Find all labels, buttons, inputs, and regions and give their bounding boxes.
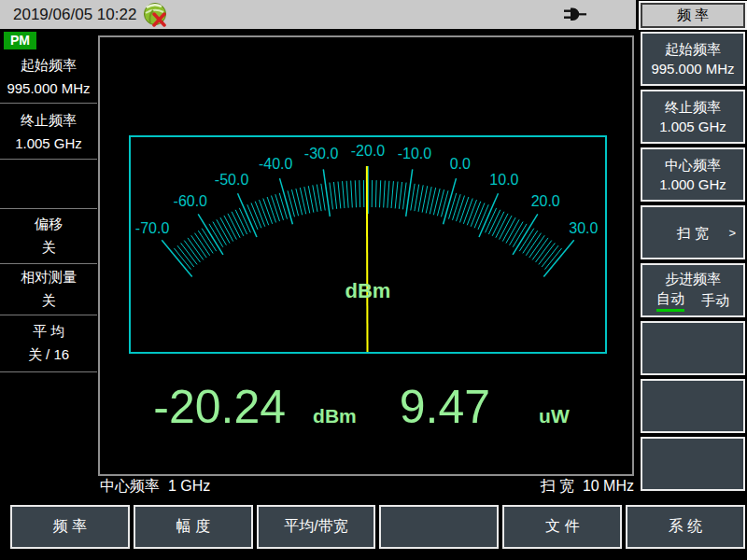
blank-menu-button[interactable] [379,505,499,549]
summary-average-value: 关 / 16 [28,346,69,364]
summary-stop-freq-label: 终止频率 [21,112,77,130]
stop-frequency-value: 1.005 GHz [659,117,726,136]
summary-offset-label: 偏移 [35,216,63,233]
svg-text:20.0: 20.0 [531,193,560,209]
power-watt-unit: uW [539,406,570,426]
summary-average: 平 均 关 / 16 [0,315,97,372]
center-frequency-button[interactable]: 中心频率 1.000 GHz [641,147,745,202]
svg-text:10.0: 10.0 [489,172,518,188]
summary-start-freq-value: 995.000 MHz [7,80,90,96]
gauge-canvas: -70.0-60.0-50.0-40.0-30.0-20.0-10.00.010… [131,137,605,352]
svg-text:-60.0: -60.0 [174,193,208,209]
svg-text:dBm: dBm [345,279,391,302]
system-menu-button[interactable]: 系 统 [626,505,745,549]
datetime-label: 2019/06/05 10:22 [13,6,136,24]
summary-start-frequency: 起始频率 995.000 MHz [0,49,97,104]
power-watt-value: 9.47 [400,384,490,430]
blank-side-button-3[interactable] [641,437,745,491]
svg-text:-70.0: -70.0 [135,220,170,236]
blank-side-button-2[interactable] [641,379,745,433]
submenu-arrow-icon: > [728,223,736,243]
summary-relative-label: 相对测量 [21,269,77,287]
power-dbm-value: -20.24 [153,384,286,430]
summary-empty-section [0,160,97,209]
settings-summary-panel: PM 起始频率 995.000 MHz 终止频率 1.005 GHz 偏移 关 … [0,29,97,372]
stop-frequency-button[interactable]: 终止频率 1.005 GHz [641,90,745,144]
svg-text:30.0: 30.0 [569,220,598,236]
summary-offset: 偏移 关 [0,209,97,264]
svg-text:-30.0: -30.0 [304,146,339,161]
center-frequency-value: 1.000 GHz [659,175,726,194]
summary-start-freq-label: 起始频率 [21,57,77,75]
power-plug-icon [564,7,586,26]
bottom-status-line: 中心频率 1 GHz 扫 宽 10 MHz [100,477,634,497]
start-frequency-value: 995.000 MHz [651,59,734,78]
summary-average-label: 平 均 [33,323,64,341]
step-frequency-button[interactable]: 步进频率 自动 手动 [641,263,745,317]
power-meter-gauge: -70.0-60.0-50.0-40.0-30.0-20.0-10.00.010… [129,135,607,354]
menu-header-frequency: 频 率 [641,3,745,28]
span-label: 扫 宽 [677,223,709,243]
top-status-bar: 2019/06/05 10:22 [0,0,636,29]
main-menu-bar: 频 率 幅 度 平均/带宽 文 件 系 统 [10,505,745,549]
step-frequency-label: 步进频率 [665,269,721,288]
span-button[interactable]: 扫 宽 > [641,205,745,259]
start-frequency-button[interactable]: 起始频率 995.000 MHz [641,32,745,86]
amplitude-menu-button[interactable]: 幅 度 [134,505,253,549]
summary-relative-measure: 相对测量 关 [0,264,97,315]
blank-side-button-1[interactable] [641,321,745,375]
start-frequency-label: 起始频率 [665,39,721,59]
average-bandwidth-menu-button[interactable]: 平均/带宽 [257,505,376,549]
step-freq-auto-option[interactable]: 自动 [656,288,684,312]
file-menu-button[interactable]: 文 件 [502,505,622,549]
center-frequency-label: 中心频率 [665,155,721,175]
svg-text:-50.0: -50.0 [215,172,249,188]
svg-text:0.0: 0.0 [450,156,471,172]
svg-text:-40.0: -40.0 [259,156,293,172]
frequency-menu-button[interactable]: 频 率 [10,505,130,549]
summary-relative-value: 关 [42,292,56,310]
summary-stop-freq-value: 1.005 GHz [15,135,82,151]
power-dbm-unit: dBm [313,406,357,426]
measurement-display-area: -70.0-60.0-50.0-40.0-30.0-20.0-10.00.010… [98,35,634,476]
measurement-readout: -20.24 dBm 9.47 uW [100,384,623,430]
summary-stop-frequency: 终止频率 1.005 GHz [0,104,97,160]
svg-text:-20.0: -20.0 [351,143,386,159]
gps-disconnected-icon [142,2,171,31]
mode-badge: PM [4,32,36,49]
menu-header-label: 频 率 [677,7,709,24]
step-freq-manual-option[interactable]: 手动 [701,290,729,311]
summary-offset-value: 关 [42,239,56,257]
svg-text:-10.0: -10.0 [398,146,432,161]
span-readout: 扫 宽 10 MHz [541,477,634,497]
stop-frequency-label: 终止频率 [665,97,721,117]
center-frequency-readout: 中心频率 1 GHz [100,477,210,497]
